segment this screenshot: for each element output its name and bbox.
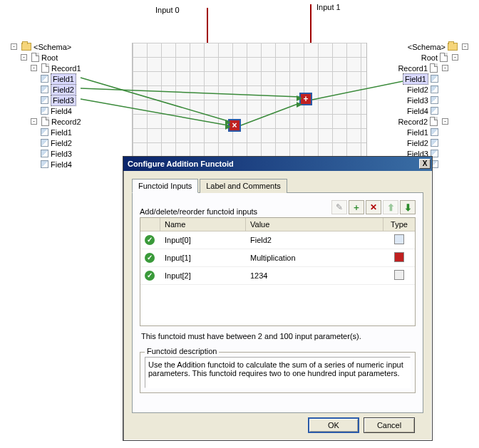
arrow-up-icon: ⬆ — [387, 202, 395, 213]
page-icon — [41, 63, 49, 73]
expander-icon[interactable]: - — [21, 54, 27, 61]
tree-node-root[interactable]: Root — [421, 53, 438, 63]
move-up-button[interactable]: ⬆ — [383, 200, 398, 214]
tree-node-schema[interactable]: <Schema> — [34, 42, 71, 52]
plus-icon: + — [303, 94, 308, 104]
tree-node-r2-field2[interactable]: Field2 — [407, 138, 428, 148]
x-icon: ✕ — [370, 202, 377, 212]
ok-button[interactable]: OK — [308, 417, 359, 433]
field-icon — [41, 160, 48, 168]
field-icon — [41, 75, 48, 83]
tree-node-field3[interactable]: Field3 — [407, 95, 428, 105]
plus-icon: ＋ — [352, 202, 361, 214]
functoid-addition[interactable]: + — [299, 93, 312, 105]
page-icon — [31, 53, 39, 62]
configure-functoid-dialog: Configure Addition Functoid X Functoid I… — [123, 156, 433, 441]
type-icon — [394, 234, 404, 244]
input-row[interactable]: ✓Input[0]Field2 — [140, 231, 415, 249]
tree-node-r2-field2[interactable]: Field2 — [51, 138, 72, 148]
tree-node-record1[interactable]: Record1 — [398, 63, 428, 73]
field-icon — [431, 75, 438, 83]
expander-icon[interactable]: - — [31, 65, 37, 71]
arrow-down-icon: ⬇ — [404, 202, 412, 213]
tree-node-field4[interactable]: Field4 — [51, 106, 72, 116]
annotation-input0: Input 0 — [155, 6, 180, 14]
column-header-name[interactable]: Name — [160, 218, 246, 231]
source-schema-tree[interactable]: -<Schema> -Root -Record1 Field1 Field2 F… — [9, 41, 81, 170]
expander-icon[interactable]: - — [442, 118, 448, 125]
tab-panel: Add/delete/reorder functoid inputs ✎ ＋ ✕… — [132, 192, 423, 413]
expander-icon[interactable]: - — [452, 54, 458, 61]
expander-icon[interactable]: - — [31, 118, 37, 125]
add-button[interactable]: ＋ — [349, 200, 364, 214]
expander-icon[interactable]: - — [462, 43, 468, 50]
multiply-icon: × — [232, 120, 237, 130]
page-icon — [41, 117, 49, 126]
edit-button[interactable]: ✎ — [331, 200, 347, 214]
tree-node-r2-field4[interactable]: Field4 — [51, 160, 72, 170]
page-icon — [440, 53, 448, 62]
field-icon — [41, 96, 48, 104]
cell-value: 1234 — [246, 269, 383, 283]
input-row[interactable]: ✓Input[2]1234 — [140, 267, 415, 285]
field-icon — [41, 150, 48, 157]
tree-node-root[interactable]: Root — [41, 53, 58, 63]
functoid-multiplication[interactable]: × — [228, 119, 241, 132]
tree-node-field1[interactable]: Field1 — [51, 73, 76, 85]
destination-schema-tree[interactable]: <Schema>- Root- Record1- Field1 Field2 F… — [398, 41, 470, 170]
mapper-canvas[interactable] — [132, 43, 367, 164]
check-icon: ✓ — [145, 235, 155, 245]
field-icon — [431, 85, 438, 93]
tree-node-r2-field1[interactable]: Field1 — [51, 127, 72, 137]
folder-icon — [21, 43, 31, 51]
check-icon: ✓ — [145, 271, 155, 281]
tree-node-field2[interactable]: Field2 — [51, 84, 76, 95]
field-icon — [431, 139, 438, 147]
cell-name: Input[2] — [160, 269, 246, 283]
folder-icon — [448, 43, 458, 51]
tree-node-record1[interactable]: Record1 — [51, 63, 81, 73]
field-icon — [431, 96, 438, 104]
dialog-titlebar[interactable]: Configure Addition Functoid X — [123, 157, 432, 171]
close-icon: X — [423, 160, 428, 167]
description-text: Use the Addition functoid to calculate t… — [145, 357, 411, 388]
tree-node-r2-field1[interactable]: Field1 — [407, 127, 428, 137]
inputs-grid[interactable]: Name Value Type ✓Input[0]Field2✓Input[1]… — [140, 217, 416, 326]
dialog-title: Configure Addition Functoid — [128, 160, 234, 168]
page-icon — [430, 63, 438, 73]
tree-node-record2[interactable]: Record2 — [51, 117, 81, 127]
tree-node-field1[interactable]: Field1 — [403, 73, 428, 85]
field-icon — [431, 128, 438, 136]
field-icon — [41, 85, 48, 93]
column-header-check[interactable] — [140, 218, 160, 231]
description-legend: Functoid description — [145, 347, 219, 355]
column-header-type[interactable]: Type — [383, 218, 415, 231]
tree-node-field3[interactable]: Field3 — [51, 95, 76, 106]
input-row[interactable]: ✓Input[1]Multiplication — [140, 249, 415, 267]
tab-label-comments[interactable]: Label and Comments — [200, 179, 287, 193]
move-down-button[interactable]: ⬇ — [400, 200, 416, 214]
cell-value: Field2 — [246, 233, 383, 247]
tree-node-field4[interactable]: Field4 — [407, 106, 428, 116]
cell-value: Multiplication — [246, 251, 383, 265]
field-icon — [41, 139, 48, 147]
inputs-toolbar: ✎ ＋ ✕ ⬆ ⬇ — [331, 200, 416, 214]
cell-name: Input[1] — [160, 251, 246, 265]
cell-name: Input[0] — [160, 233, 246, 247]
pencil-icon: ✎ — [336, 202, 343, 212]
cancel-button[interactable]: Cancel — [364, 417, 415, 433]
tree-node-schema[interactable]: <Schema> — [408, 42, 445, 52]
column-header-value[interactable]: Value — [246, 218, 383, 231]
type-icon — [394, 270, 404, 280]
expander-icon[interactable]: - — [11, 43, 17, 50]
expander-icon[interactable]: - — [442, 65, 448, 71]
tree-node-field2[interactable]: Field2 — [407, 85, 428, 95]
close-button[interactable]: X — [419, 159, 431, 169]
annotation-input1: Input 1 — [316, 3, 341, 11]
instructions-label: Add/delete/reorder functoid inputs — [140, 207, 331, 216]
tree-node-record2[interactable]: Record2 — [398, 117, 428, 127]
delete-button[interactable]: ✕ — [366, 200, 381, 214]
tab-functoid-inputs[interactable]: Functoid Inputs — [132, 179, 198, 193]
constraint-note: This functoid must have between 2 and 10… — [140, 326, 416, 348]
tree-node-r2-field3[interactable]: Field3 — [51, 149, 72, 159]
